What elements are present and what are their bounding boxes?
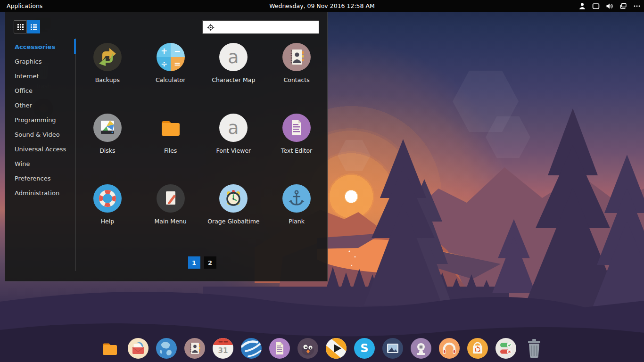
category-universal-access[interactable]: Universal Access — [5, 142, 76, 156]
display-icon[interactable] — [592, 2, 600, 10]
app-character-map[interactable]: a Character Map — [202, 38, 265, 100]
category-wine[interactable]: Wine — [5, 156, 76, 171]
volume-icon[interactable] — [605, 2, 614, 10]
category-other[interactable]: Other — [5, 98, 76, 113]
character-map-icon: a — [218, 42, 248, 72]
svg-text:S: S — [360, 342, 368, 355]
clock[interactable]: Wednesday, 09 Nov 2016 12:58 AM — [269, 2, 375, 9]
svg-text:÷: ÷ — [161, 59, 167, 69]
dock-files[interactable] — [99, 337, 121, 360]
dock-tweaks[interactable] — [495, 337, 517, 360]
dock-calendar[interactable]: 31 — [212, 337, 234, 360]
app-label: Backups — [76, 76, 139, 83]
desktop-screen: Computer Trash Install BackSlash Anna Ap… — [0, 0, 644, 362]
app-label: Character Map — [202, 76, 265, 83]
svg-text:a: a — [228, 117, 239, 138]
files-folder-icon — [156, 113, 186, 143]
view-toggle — [14, 20, 40, 33]
folder-icon — [99, 337, 121, 360]
user-icon[interactable] — [578, 2, 586, 10]
app-label: Main Menu — [139, 218, 202, 225]
app-disks[interactable]: Disks — [76, 109, 139, 171]
dock-media-player[interactable] — [325, 337, 347, 360]
dock-trash[interactable] — [523, 337, 545, 360]
dock-messenger[interactable] — [297, 337, 319, 360]
contacts-icon — [281, 42, 312, 72]
page-1-button[interactable]: 1 — [188, 256, 200, 269]
app-calculator[interactable]: + − ÷ = Calculator — [139, 38, 202, 100]
dock-contacts[interactable] — [183, 337, 206, 360]
search-input[interactable] — [215, 21, 319, 33]
app-label: Text Editor — [265, 147, 328, 154]
category-administration[interactable]: Administration — [5, 186, 76, 200]
document-icon — [268, 337, 291, 360]
category-office[interactable]: Office — [5, 83, 76, 98]
app-backups[interactable]: Backups — [76, 38, 139, 100]
owl-icon — [297, 337, 319, 360]
mail-icon — [127, 337, 149, 360]
svg-text:−: − — [174, 46, 181, 56]
font-viewer-icon: a — [218, 113, 248, 143]
system-tray — [578, 0, 641, 12]
dock-headphones[interactable] — [438, 337, 461, 360]
app-label: Calculator — [139, 76, 202, 83]
dock-mail[interactable] — [127, 337, 149, 360]
backups-icon — [92, 42, 123, 72]
top-panel: Applications Wednesday, 09 Nov 2016 12:5… — [0, 0, 644, 12]
dock-webcam[interactable] — [410, 337, 432, 360]
dock-skype[interactable]: S — [353, 337, 376, 360]
calendar-icon: 31 — [212, 337, 234, 360]
svg-text:31: 31 — [218, 346, 228, 355]
media-player-icon — [325, 337, 347, 360]
category-internet[interactable]: Internet — [5, 69, 76, 83]
category-preferences[interactable]: Preferences — [5, 171, 76, 186]
help-icon — [92, 183, 123, 214]
webcam-icon — [410, 337, 432, 360]
category-accessories[interactable]: Accessories — [5, 40, 76, 54]
app-text-editor[interactable]: Text Editor — [265, 109, 328, 171]
category-graphics[interactable]: Graphics — [5, 54, 76, 69]
dock-google-earth[interactable] — [240, 337, 263, 360]
search-bar — [202, 20, 319, 34]
app-grid: Backups + − ÷ = Calculator — [76, 38, 328, 242]
app-main-menu[interactable]: Main Menu — [139, 180, 202, 242]
app-contacts[interactable]: Contacts — [265, 38, 328, 100]
dock-software-center[interactable] — [466, 337, 489, 360]
app-label: Files — [139, 147, 202, 154]
workspaces-icon[interactable] — [619, 2, 627, 10]
disks-icon — [92, 113, 123, 143]
plank-icon — [281, 183, 312, 214]
skype-icon: S — [353, 337, 376, 360]
dock-documents[interactable] — [268, 337, 291, 360]
svg-text:+: + — [161, 46, 167, 56]
category-list: Accessories Graphics Internet Office Oth… — [5, 40, 76, 200]
toggles-icon — [495, 337, 517, 360]
category-programming[interactable]: Programming — [5, 113, 76, 127]
app-help[interactable]: Help — [76, 180, 139, 242]
app-label: Plank — [265, 218, 328, 225]
dock-photos[interactable] — [381, 337, 404, 360]
applications-menu-panel: Accessories Graphics Internet Office Oth… — [5, 12, 328, 281]
app-plank[interactable]: Plank — [265, 180, 328, 242]
app-font-viewer[interactable]: a Font Viewer — [202, 109, 265, 171]
applications-menu-button[interactable]: Applications — [0, 2, 42, 9]
grid-view-button[interactable] — [14, 20, 27, 33]
dock: 31 — [99, 337, 545, 360]
more-icon[interactable] — [633, 2, 641, 10]
app-orage-globaltime[interactable]: Orage Globaltime — [202, 180, 265, 242]
contacts-book-icon — [183, 337, 206, 360]
globe-icon — [155, 337, 178, 360]
pagination: 1 2 — [76, 256, 328, 269]
trash-can-icon — [523, 337, 545, 360]
photos-icon — [381, 337, 404, 360]
text-editor-icon — [281, 113, 312, 143]
google-earth-icon — [240, 337, 263, 360]
svg-text:=: = — [174, 59, 181, 69]
app-files[interactable]: Files — [139, 109, 202, 171]
category-sound-video[interactable]: Sound & Video — [5, 127, 76, 142]
svg-text:a: a — [228, 47, 239, 67]
list-view-button[interactable] — [27, 20, 40, 33]
page-2-button[interactable]: 2 — [204, 256, 216, 269]
dock-web-browser[interactable] — [155, 337, 178, 360]
app-label: Help — [76, 218, 139, 225]
